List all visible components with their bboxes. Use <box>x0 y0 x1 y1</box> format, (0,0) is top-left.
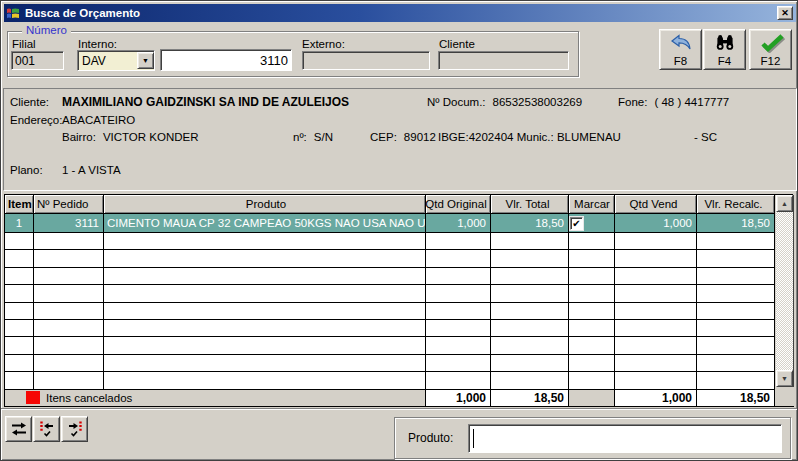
cell-pedido <box>34 303 104 320</box>
cell-qtd_vend <box>615 233 697 250</box>
f12-confirm-button[interactable]: F12 <box>749 29 792 70</box>
cell-qtd_original <box>426 372 491 389</box>
cell-vlr_total: 18,50 <box>491 214 569 233</box>
cell-pedido: 3111 <box>34 214 104 233</box>
cell-item <box>5 337 34 354</box>
arrow-left-check-icon <box>39 421 55 437</box>
filial-field[interactable] <box>11 51 64 70</box>
client-name: MAXIMILIANO GAIDZINSKI SA IND DE AZULEIJ… <box>62 95 349 109</box>
totals-stub <box>775 390 794 407</box>
client-label: Cliente: <box>10 96 49 108</box>
scroll-down-button[interactable]: ▼ <box>776 370 793 387</box>
cell-qtd_vend <box>615 320 697 337</box>
client-info-panel: Cliente: MAXIMILIANO GAIDZINSKI SA IND D… <box>3 88 797 191</box>
marcar-checkbox[interactable]: ✔ <box>570 217 583 230</box>
column-header-qtd-vend: Qtd Vend <box>615 195 697 214</box>
interno-number-input[interactable] <box>160 49 292 71</box>
confirm-check-icon <box>757 30 785 55</box>
cell-produto <box>104 268 426 285</box>
cell-item <box>5 285 34 302</box>
cell-marcar <box>569 250 615 267</box>
cell-vlr_total <box>491 337 569 354</box>
ibge-value: 4202404 <box>469 131 514 143</box>
cell-produto <box>104 337 426 354</box>
f8-undo-button[interactable]: F8 <box>659 29 702 70</box>
cep-label: CEP: <box>370 131 397 143</box>
column-header-item: Item <box>5 195 34 214</box>
cell-qtd_vend <box>615 250 697 267</box>
cell-vlr_recalc <box>697 372 775 389</box>
cell-produto <box>104 372 426 389</box>
cell-produto <box>104 320 426 337</box>
arrow-right-check-icon <box>67 421 83 437</box>
chevron-down-icon[interactable]: ▼ <box>137 52 154 69</box>
grid-body: 13111CIMENTO MAUA CP 32 CAMPEAO 50KGS NA… <box>5 214 793 390</box>
cell-item: 1 <box>5 214 34 233</box>
phone-value: ( 48 ) 4417777 <box>654 96 729 108</box>
column-header-qtd-original: Qtd Original <box>426 195 491 214</box>
cliente-field[interactable] <box>438 51 569 70</box>
cell-item <box>5 372 34 389</box>
municipio-value: BLUMENAU <box>557 131 621 143</box>
text-caret <box>473 429 474 448</box>
cell-vlr_total <box>491 355 569 372</box>
vertical-scrollbar[interactable]: ▲ ▼ <box>776 195 794 387</box>
district-label: Bairro: <box>62 131 96 143</box>
cell-qtd_vend <box>615 268 697 285</box>
table-row-empty[interactable] <box>5 303 775 320</box>
cell-produto: CIMENTO MAUA CP 32 CAMPEAO 50KGS NAO USA… <box>104 214 426 233</box>
interno-combo[interactable]: DAV ▼ <box>77 50 155 71</box>
district-pair: Bairro:VICTOR KONDER <box>62 131 199 143</box>
f12-label: F12 <box>761 55 781 67</box>
arrow-up-icon: ▲ <box>781 200 788 207</box>
table-row-empty[interactable] <box>5 233 775 250</box>
mark-next-button[interactable] <box>61 416 88 442</box>
column-header-marcar: Marcar <box>569 195 615 214</box>
close-button[interactable]: ✕ <box>777 6 793 20</box>
f8-label: F8 <box>674 55 687 67</box>
f4-search-button[interactable]: F4 <box>703 29 746 70</box>
cell-item <box>5 303 34 320</box>
table-row-empty[interactable] <box>5 320 775 337</box>
cell-vlr_recalc <box>697 320 775 337</box>
mark-previous-button[interactable] <box>33 416 60 442</box>
cep-value: 89012 <box>404 131 436 143</box>
produto-search-groupbox: Produto: <box>394 417 791 459</box>
phone-pair: Fone:( 48 ) 4417777 <box>618 96 729 108</box>
title-bar[interactable]: Busca de Orçamento ✕ <box>4 4 796 22</box>
table-row-empty[interactable] <box>5 372 775 389</box>
cell-qtd_original: 1,000 <box>426 214 491 233</box>
cell-qtd_original <box>426 268 491 285</box>
table-row-empty[interactable] <box>5 337 775 354</box>
produto-search-input[interactable] <box>468 424 782 453</box>
swap-items-button[interactable] <box>5 416 32 442</box>
cell-qtd_original <box>426 355 491 372</box>
table-row-empty[interactable] <box>5 355 775 372</box>
totals-row: Itens cancelados 1,000 18,50 1,000 18,50 <box>5 390 794 407</box>
scroll-up-button[interactable]: ▲ <box>776 195 793 212</box>
table-row-selected[interactable]: 13111CIMENTO MAUA CP 32 CAMPEAO 50KGS NA… <box>5 214 775 233</box>
address-value: ABACATEIRO <box>62 114 135 126</box>
cell-pedido <box>34 320 104 337</box>
cell-marcar <box>569 268 615 285</box>
cell-vlr_recalc <box>697 233 775 250</box>
table-row-empty[interactable] <box>5 285 775 302</box>
document-label: Nº Docum.: <box>427 96 486 108</box>
table-row-empty[interactable] <box>5 268 775 285</box>
app-icon[interactable] <box>6 6 21 20</box>
cell-vlr_total <box>491 303 569 320</box>
column-header-vlr-recalc: Vlr. Recalc. <box>697 195 775 214</box>
table-row-empty[interactable] <box>5 250 775 267</box>
cell-qtd_vend <box>615 372 697 389</box>
total-qtd-vend: 1,000 <box>615 390 697 407</box>
cell-vlr_recalc <box>697 337 775 354</box>
cell-vlr_recalc <box>697 303 775 320</box>
cell-marcar <box>569 372 615 389</box>
externo-field[interactable] <box>302 51 430 70</box>
cell-vlr_total <box>491 320 569 337</box>
cell-item <box>5 268 34 285</box>
cell-vlr_total <box>491 268 569 285</box>
legend-cell: Itens cancelados <box>5 390 426 407</box>
cell-qtd_original <box>426 320 491 337</box>
cell-item <box>5 250 34 267</box>
